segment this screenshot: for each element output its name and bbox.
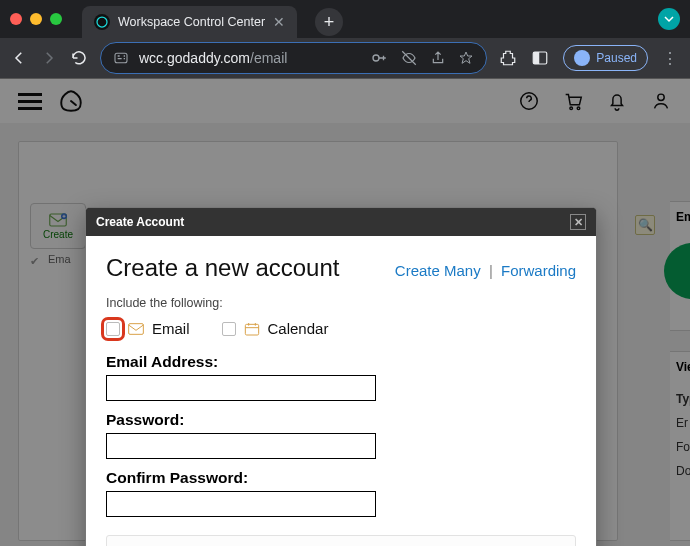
bookmark-star-icon[interactable] [458, 50, 474, 66]
profile-avatar-icon [574, 50, 590, 66]
create-account-modal: Create Account ✕ Create a new account Cr… [85, 207, 597, 546]
reload-icon[interactable] [70, 49, 88, 67]
urlbar-actions [370, 49, 474, 67]
browser-toolbar: wcc.godaddy.com/email Paused ⋮ [0, 38, 690, 78]
url-bar[interactable]: wcc.godaddy.com/email [100, 42, 487, 74]
additional-options-box: − Hide additional options Email Calendar… [106, 535, 576, 546]
tab-title: Workspace Control Center [118, 15, 265, 29]
page-viewport: WS Create ✔ Ema 🔍 Em Vie Typ Er Fo Don C… [0, 78, 690, 546]
modal-close-icon[interactable]: ✕ [570, 214, 586, 230]
share-icon[interactable] [430, 50, 446, 66]
close-window-icon[interactable] [10, 13, 22, 25]
forwarding-link[interactable]: Forwarding [501, 262, 576, 279]
svg-rect-4 [534, 52, 540, 64]
tab-favicon [94, 14, 110, 30]
side-panel-icon[interactable] [531, 49, 549, 67]
email-address-label: Email Address: [106, 353, 576, 371]
toolbar-right: Paused ⋮ [499, 45, 680, 71]
email-address-input[interactable] [106, 375, 376, 401]
modal-header: Create Account ✕ [86, 208, 596, 236]
window-dropdown-icon[interactable] [658, 8, 680, 30]
include-calendar-label: Calendar [268, 320, 329, 337]
include-calendar-option: Calendar [222, 320, 329, 337]
include-email-option: Email [106, 320, 190, 337]
password-label: Password: [106, 411, 576, 429]
modal-links: Create Many | Forwarding [395, 262, 576, 279]
include-calendar-checkbox[interactable] [222, 322, 236, 336]
tab-close-icon[interactable]: ✕ [273, 14, 285, 30]
modal-header-title: Create Account [96, 215, 184, 229]
extensions-icon[interactable] [499, 49, 517, 67]
profile-paused-chip[interactable]: Paused [563, 45, 648, 71]
svg-rect-11 [129, 323, 144, 334]
confirm-password-label: Confirm Password: [106, 469, 576, 487]
svg-point-0 [97, 17, 107, 27]
calendar-icon [244, 321, 260, 337]
minimize-window-icon[interactable] [30, 13, 42, 25]
mac-window-controls [10, 13, 62, 25]
site-info-icon[interactable] [113, 50, 129, 66]
browser-tab-active[interactable]: Workspace Control Center ✕ [82, 6, 297, 38]
confirm-password-input[interactable] [106, 491, 376, 517]
url-text: wcc.godaddy.com/email [139, 50, 287, 66]
password-key-icon[interactable] [370, 49, 388, 67]
new-tab-button[interactable]: + [315, 8, 343, 36]
incognito-eye-off-icon[interactable] [400, 49, 418, 67]
fullscreen-window-icon[interactable] [50, 13, 62, 25]
include-label: Include the following: [106, 296, 576, 310]
chrome-menu-icon[interactable]: ⋮ [662, 49, 680, 68]
include-email-label: Email [152, 320, 190, 337]
password-input[interactable] [106, 433, 376, 459]
forward-icon[interactable] [40, 49, 58, 67]
svg-rect-12 [245, 324, 258, 335]
browser-titlebar: Workspace Control Center ✕ + [0, 0, 690, 38]
envelope-icon [128, 321, 144, 337]
include-email-checkbox[interactable] [106, 322, 120, 336]
titlebar-right [658, 8, 680, 30]
back-icon[interactable] [10, 49, 28, 67]
create-many-link[interactable]: Create Many [395, 262, 481, 279]
svg-point-2 [373, 55, 379, 61]
modal-title: Create a new account [106, 254, 339, 282]
